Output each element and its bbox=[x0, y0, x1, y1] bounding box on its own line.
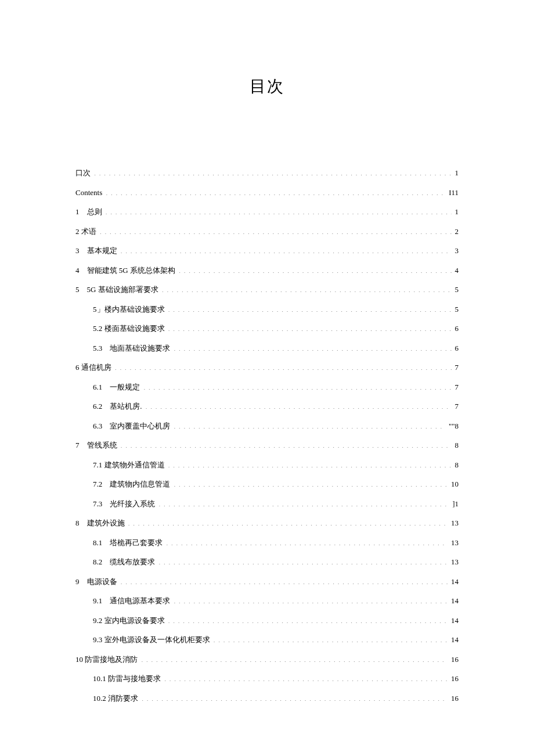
toc-entry: 8.1 塔桅再己套要求13 bbox=[75, 537, 459, 549]
toc-entry: 5」楼内基础设施要求5 bbox=[75, 304, 459, 315]
toc-leader-dots bbox=[174, 421, 445, 429]
toc-entry-label: 8 建筑外设施 bbox=[75, 517, 128, 529]
toc-entry-page: 7 bbox=[452, 362, 459, 373]
toc-entry-label: 4 智能建筑 5G 系统总体架构 bbox=[75, 265, 179, 276]
toc-entry: 10.1 防雷与接地要求16 bbox=[75, 673, 459, 685]
toc-entry: 5.3 地面基础设施要求6 bbox=[75, 343, 459, 354]
toc-entry-label: 8.2 缆线布放要求 bbox=[93, 556, 158, 568]
toc-entry-label: 7.1 建筑物外通信管道 bbox=[93, 459, 168, 471]
toc-entry: 8.2 缆线布放要求13 bbox=[75, 556, 459, 568]
toc-leader-dots bbox=[168, 460, 452, 467]
toc-entry: 10 防雷接地及消防16 bbox=[75, 654, 459, 665]
toc-entry: 9 电源设备14 bbox=[75, 576, 459, 588]
toc-leader-dots bbox=[146, 401, 452, 409]
toc-leader-dots bbox=[158, 557, 448, 564]
toc-leader-dots bbox=[141, 654, 448, 662]
toc-leader-dots bbox=[128, 518, 448, 525]
toc-entry-label: 9.3 室外电源设备及一体化机柜要求 bbox=[93, 634, 214, 646]
toc-leader-dots bbox=[174, 596, 448, 603]
toc-entry-label: 10.1 防雷与接地要求 bbox=[93, 673, 164, 685]
toc-entry: 3 基本规定3 bbox=[75, 245, 459, 257]
toc-entry: 7.1 建筑物外通信管道8 bbox=[75, 459, 459, 471]
toc-leader-dots bbox=[158, 499, 449, 506]
toc-entry: 9.3 室外电源设备及一体化机柜要求14 bbox=[75, 634, 459, 646]
toc-leader-dots bbox=[168, 304, 452, 312]
toc-leader-dots bbox=[115, 362, 452, 370]
toc-leader-dots bbox=[94, 168, 452, 175]
toc-leader-dots bbox=[106, 207, 452, 214]
toc-entry-label: 口次 bbox=[75, 167, 94, 179]
toc-entry-label: 7.2 建筑物内信息管道 bbox=[93, 478, 174, 490]
toc-leader-dots bbox=[168, 615, 448, 623]
toc-entry: 7.2 建筑物内信息管道10 bbox=[75, 478, 459, 490]
toc-entry-label: 1 总则 bbox=[75, 206, 106, 218]
toc-entry-label: Contents bbox=[75, 187, 106, 199]
toc-leader-dots bbox=[100, 226, 452, 234]
toc-entry-label: 2 术语 bbox=[75, 226, 100, 237]
toc-entry-page: 16 bbox=[448, 654, 459, 665]
toc-entry-page: I11 bbox=[445, 187, 459, 199]
toc-entry: 5.2 楼面基础设施要求6 bbox=[75, 323, 459, 334]
toc-entry-page: 13 bbox=[448, 517, 459, 529]
toc-entry-page: 10 bbox=[448, 478, 459, 490]
toc-leader-dots bbox=[166, 538, 448, 545]
toc-entry-page: 4 bbox=[452, 265, 459, 276]
toc-entry-page: 6 bbox=[452, 323, 459, 334]
toc-entry-label: 6.1 一般规定 bbox=[93, 381, 143, 393]
toc-entry-label: 3 基本规定 bbox=[75, 245, 121, 257]
toc-entry-page: 14 bbox=[448, 595, 459, 607]
toc-entry: 8 建筑外设施13 bbox=[75, 517, 459, 529]
toc-leader-dots bbox=[121, 440, 452, 448]
toc-entry-page: 5 bbox=[452, 284, 459, 296]
table-of-contents: 口次1ContentsI111 总则12 术语23 基本规定34 智能建筑 5G… bbox=[75, 167, 459, 704]
toc-entry: 9.1 通信电源基本要求14 bbox=[75, 595, 459, 607]
toc-entry: 9.2 室内电源设备要求14 bbox=[75, 615, 459, 627]
toc-entry-page: 13 bbox=[448, 556, 459, 568]
toc-leader-dots bbox=[106, 188, 445, 195]
toc-entry-label: 7.3 光纤接入系统 bbox=[93, 498, 158, 510]
toc-entry: 10.2 消防要求16 bbox=[75, 693, 459, 704]
toc-entry-page: 14 bbox=[448, 634, 459, 646]
toc-entry: 4 智能建筑 5G 系统总体架构4 bbox=[75, 265, 459, 276]
toc-entry-label: 9.2 室内电源设备要求 bbox=[93, 615, 168, 627]
toc-entry: 口次1 bbox=[75, 167, 459, 179]
toc-entry-label: 5 5G 基础设施部署要求 bbox=[75, 284, 162, 296]
toc-entry-page: 14 bbox=[448, 615, 459, 627]
toc-leader-dots bbox=[164, 674, 448, 681]
toc-entry-page: 8 bbox=[452, 440, 459, 451]
toc-entry-page: 2 bbox=[452, 226, 459, 237]
toc-entry-label: 6 通信机房 bbox=[75, 362, 115, 373]
toc-entry-page: ]1 bbox=[449, 498, 459, 510]
toc-entry-page: 16 bbox=[448, 673, 459, 685]
toc-entry: 1 总则1 bbox=[75, 206, 459, 218]
toc-entry-page: 7 bbox=[452, 401, 459, 412]
toc-entry: 6.2 基站机房.7 bbox=[75, 401, 459, 412]
page-title: 目次 bbox=[75, 75, 459, 98]
toc-leader-dots bbox=[162, 285, 452, 292]
toc-leader-dots bbox=[174, 479, 448, 487]
toc-entry: 6 通信机房7 bbox=[75, 362, 459, 373]
toc-entry-page: 5 bbox=[452, 304, 459, 315]
toc-entry-page: 8 bbox=[452, 459, 459, 471]
toc-entry: 6.3 室内覆盖中心机房""8 bbox=[75, 420, 459, 432]
toc-leader-dots bbox=[121, 246, 452, 253]
toc-leader-dots bbox=[179, 265, 452, 273]
toc-leader-dots bbox=[174, 343, 451, 351]
toc-entry-label: 5.3 地面基础设施要求 bbox=[93, 343, 174, 354]
toc-entry-label: 8.1 塔桅再己套要求 bbox=[93, 537, 166, 549]
toc-entry-label: 6.2 基站机房. bbox=[93, 401, 146, 412]
toc-entry-label: 7 管线系统 bbox=[75, 440, 121, 451]
toc-entry: 7 管线系统8 bbox=[75, 440, 459, 451]
toc-entry-label: 6.3 室内覆盖中心机房 bbox=[93, 420, 174, 432]
toc-entry-label: 10.2 消防要求 bbox=[93, 693, 142, 704]
toc-entry-page: 13 bbox=[448, 537, 459, 549]
toc-entry-label: 10 防雷接地及消防 bbox=[75, 654, 141, 665]
toc-entry-page: 3 bbox=[452, 245, 459, 257]
toc-entry-page: 7 bbox=[452, 381, 459, 393]
toc-entry-label: 5」楼内基础设施要求 bbox=[93, 304, 168, 315]
toc-entry-label: 5.2 楼面基础设施要求 bbox=[93, 323, 168, 334]
toc-entry: 7.3 光纤接入系统]1 bbox=[75, 498, 459, 510]
toc-entry-label: 9.1 通信电源基本要求 bbox=[93, 595, 174, 607]
toc-entry: 2 术语2 bbox=[75, 226, 459, 237]
toc-entry: ContentsI11 bbox=[75, 187, 459, 199]
